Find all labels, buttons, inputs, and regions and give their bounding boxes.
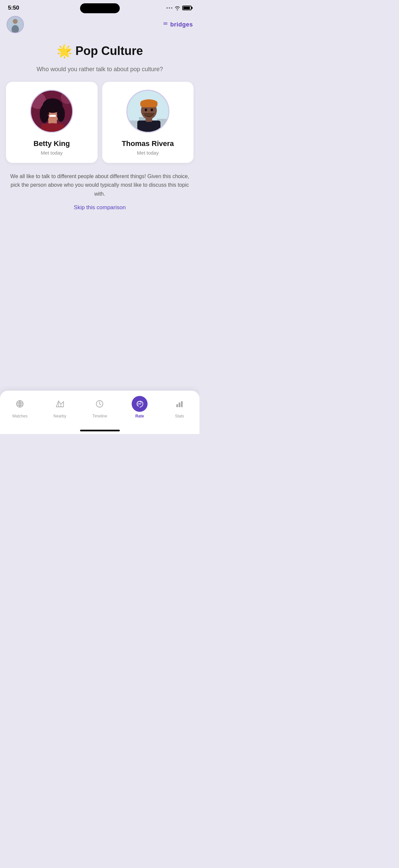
page-title: Pop Culture — [75, 44, 143, 58]
tab-timeline-icon-wrap — [92, 396, 107, 412]
svg-point-40 — [139, 404, 140, 405]
tab-matches-icon-wrap — [12, 396, 28, 412]
svg-point-39 — [138, 404, 139, 405]
status-time: 5:50 — [8, 5, 19, 11]
svg-point-33 — [151, 108, 153, 111]
svg-point-6 — [163, 24, 164, 25]
svg-point-32 — [144, 108, 147, 111]
tab-timeline[interactable]: Timeline — [88, 396, 111, 418]
tab-rate[interactable]: Rate — [128, 396, 151, 418]
svg-point-1 — [13, 19, 18, 24]
thomas-name: Thomas Rivera — [122, 140, 174, 148]
svg-point-7 — [165, 24, 166, 25]
betty-name: Betty King — [33, 140, 70, 148]
body-text-section: We all like to talk to different people … — [0, 172, 199, 211]
globe-icon — [15, 400, 24, 408]
svg-point-18 — [48, 109, 51, 112]
signal-icon — [166, 7, 172, 9]
svg-point-5 — [166, 22, 167, 23]
wifi-icon — [174, 6, 180, 10]
home-bar — [80, 430, 120, 431]
thomas-met: Met today — [137, 150, 159, 156]
svg-rect-44 — [181, 401, 182, 407]
svg-rect-42 — [176, 404, 178, 407]
battery-icon — [182, 6, 192, 10]
tab-rate-label: Rate — [135, 414, 144, 418]
betty-met: Met today — [41, 150, 63, 156]
tab-nearby-icon-wrap — [52, 396, 68, 412]
page-subtitle: Who would you rather talk to about pop c… — [10, 65, 190, 74]
thomas-avatar — [126, 90, 169, 133]
bar-chart-icon — [175, 400, 184, 408]
tab-stats-icon-wrap — [172, 396, 188, 412]
tab-timeline-label: Timeline — [92, 414, 107, 418]
svg-rect-21 — [41, 124, 64, 133]
tab-rate-icon-wrap — [132, 396, 147, 412]
tab-bar: Matches Nearby Timeline — [0, 391, 199, 426]
tab-stats-label: Stats — [175, 414, 184, 418]
body-description: We all like to talk to different people … — [10, 172, 190, 198]
svg-point-8 — [166, 24, 167, 25]
person-cards: Betty King Met today — [0, 82, 199, 163]
svg-rect-43 — [179, 403, 180, 407]
svg-point-17 — [57, 106, 65, 122]
tab-nearby-label: Nearby — [54, 414, 67, 418]
tab-stats[interactable]: Stats — [168, 396, 191, 418]
title-emoji: 🌟 — [57, 44, 72, 58]
skip-comparison-link[interactable]: Skip this comparison — [10, 204, 190, 211]
tab-matches-label: Matches — [12, 414, 28, 418]
svg-point-41 — [140, 404, 141, 405]
svg-rect-31 — [140, 101, 158, 107]
title-section: 🌟 Pop Culture Who would you rather talk … — [0, 37, 199, 82]
svg-point-16 — [40, 104, 49, 123]
betty-avatar — [30, 90, 73, 133]
user-avatar[interactable] — [7, 16, 24, 33]
status-icons — [166, 6, 192, 10]
person-card-betty[interactable]: Betty King Met today — [6, 82, 98, 163]
title-row: 🌟 Pop Culture — [10, 44, 190, 58]
svg-rect-20 — [49, 115, 56, 117]
svg-point-19 — [55, 109, 57, 112]
clock-icon — [95, 400, 104, 408]
tab-matches[interactable]: Matches — [8, 396, 31, 418]
header: bridges — [0, 13, 199, 37]
brand-logo: bridges — [163, 21, 193, 28]
person-card-thomas[interactable]: Thomas Rivera Met today — [102, 82, 194, 163]
rate-icon — [135, 400, 144, 408]
dynamic-island — [80, 3, 120, 13]
svg-marker-35 — [56, 401, 64, 407]
tab-nearby[interactable]: Nearby — [48, 396, 71, 418]
home-indicator — [0, 426, 199, 434]
svg-point-4 — [165, 22, 166, 23]
svg-point-3 — [163, 22, 164, 23]
map-icon — [56, 400, 64, 408]
status-bar: 5:50 — [0, 0, 199, 13]
